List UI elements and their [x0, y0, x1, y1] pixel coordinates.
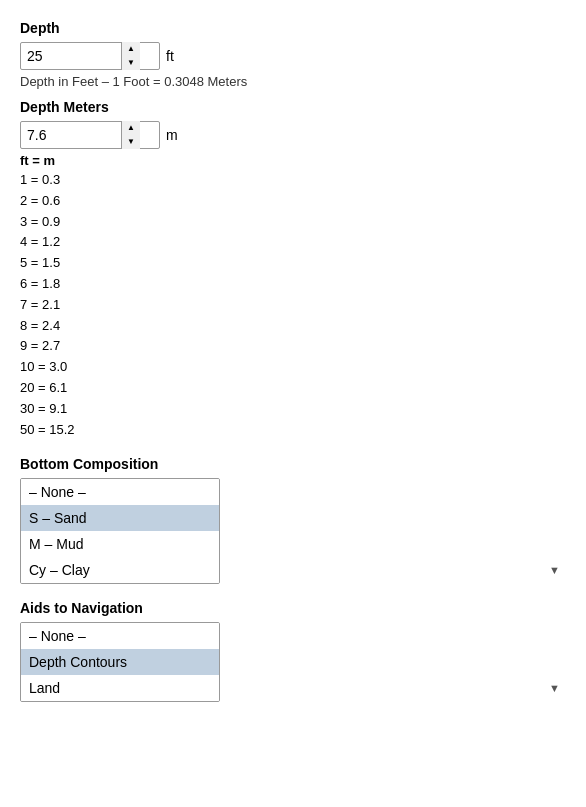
conversion-row: 4 = 1.2: [20, 232, 566, 253]
conversion-row: 3 = 0.9: [20, 212, 566, 233]
conversion-row: 7 = 2.1: [20, 295, 566, 316]
aids-to-navigation-item[interactable]: Land: [21, 675, 219, 701]
depth-meters-spin-buttons: ▲ ▼: [121, 121, 140, 149]
conversion-row: 1 = 0.3: [20, 170, 566, 191]
depth-meters-input-row: ▲ ▼ m: [20, 121, 566, 149]
bottom-composition-label: Bottom Composition: [20, 456, 566, 472]
bottom-composition-item[interactable]: – None –: [21, 479, 219, 505]
depth-label: Depth: [20, 20, 566, 36]
aids-to-navigation-label: Aids to Navigation: [20, 600, 566, 616]
conversion-row: 6 = 1.8: [20, 274, 566, 295]
depth-spin-input[interactable]: ▲ ▼: [20, 42, 160, 70]
bottom-composition-item[interactable]: M – Mud: [21, 531, 219, 557]
depth-field[interactable]: [21, 46, 121, 66]
conversion-rows: 1 = 0.32 = 0.63 = 0.94 = 1.25 = 1.56 = 1…: [20, 170, 566, 440]
conversion-row: 2 = 0.6: [20, 191, 566, 212]
depth-unit: ft: [166, 48, 174, 64]
conversion-row: 30 = 9.1: [20, 399, 566, 420]
aids-to-navigation-scroll-arrow: ▼: [549, 682, 560, 694]
depth-spin-buttons: ▲ ▼: [121, 42, 140, 70]
depth-input-row: ▲ ▼ ft: [20, 42, 566, 70]
conversion-row: 10 = 3.0: [20, 357, 566, 378]
conversion-row: 50 = 15.2: [20, 420, 566, 441]
aids-to-navigation-dropdown-wrapper: – None –Depth ContoursLand ▼: [20, 622, 566, 702]
bottom-composition-list[interactable]: – None –S – SandM – MudCy – Clay: [20, 478, 220, 584]
depth-meters-increment-button[interactable]: ▲: [122, 121, 140, 135]
bottom-composition-item[interactable]: S – Sand: [21, 505, 219, 531]
depth-meters-unit: m: [166, 127, 178, 143]
depth-hint: Depth in Feet – 1 Foot = 0.3048 Meters: [20, 74, 566, 89]
depth-increment-button[interactable]: ▲: [122, 42, 140, 56]
depth-decrement-button[interactable]: ▼: [122, 56, 140, 70]
conversion-table: ft = m 1 = 0.32 = 0.63 = 0.94 = 1.25 = 1…: [20, 153, 566, 440]
depth-meters-field[interactable]: [21, 125, 121, 145]
conversion-row: 8 = 2.4: [20, 316, 566, 337]
conversion-row: 9 = 2.7: [20, 336, 566, 357]
bottom-composition-dropdown-wrapper: – None –S – SandM – MudCy – Clay ▼: [20, 478, 566, 584]
conversion-row: 20 = 6.1: [20, 378, 566, 399]
conversion-row: 5 = 1.5: [20, 253, 566, 274]
aids-to-navigation-item[interactable]: – None –: [21, 623, 219, 649]
depth-meters-decrement-button[interactable]: ▼: [122, 135, 140, 149]
aids-to-navigation-list[interactable]: – None –Depth ContoursLand: [20, 622, 220, 702]
bottom-composition-scroll-arrow: ▼: [549, 564, 560, 576]
bottom-composition-item[interactable]: Cy – Clay: [21, 557, 219, 583]
depth-meters-label: Depth Meters: [20, 99, 566, 115]
conversion-header: ft = m: [20, 153, 566, 168]
depth-meters-spin-input[interactable]: ▲ ▼: [20, 121, 160, 149]
aids-to-navigation-item[interactable]: Depth Contours: [21, 649, 219, 675]
